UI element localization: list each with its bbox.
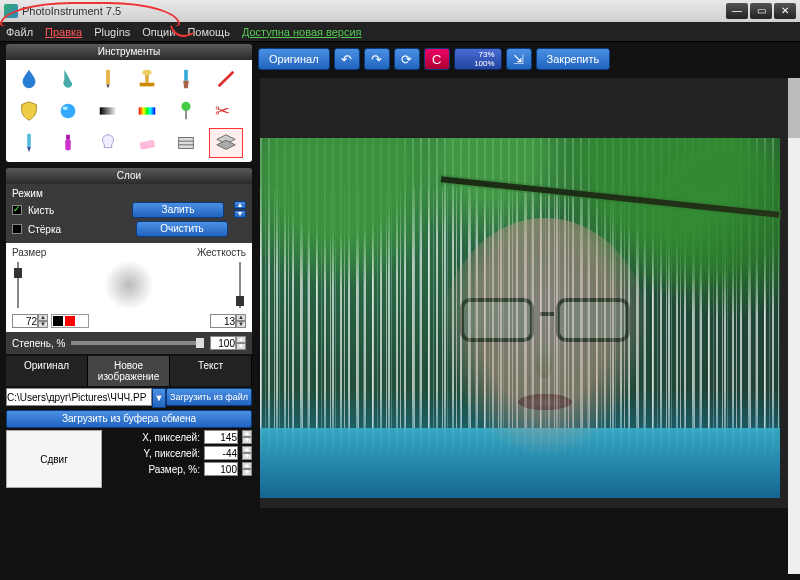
hard-down[interactable]: ▼ <box>236 321 246 328</box>
tool-marker[interactable] <box>12 128 46 158</box>
hard-up[interactable]: ▲ <box>236 314 246 321</box>
tool-sphere[interactable] <box>51 96 85 126</box>
op-up[interactable]: ▲ <box>236 336 246 343</box>
svg-point-4 <box>142 70 151 76</box>
tool-scissors[interactable]: ✂ <box>209 96 243 126</box>
svg-rect-15 <box>66 139 72 150</box>
minimize-button[interactable]: — <box>726 3 748 19</box>
maximize-button[interactable]: ▭ <box>750 3 772 19</box>
fill-button[interactable]: Залить <box>132 202 224 218</box>
shift-button[interactable]: Сдвиг <box>6 430 102 488</box>
size-up[interactable]: ▲ <box>38 314 48 321</box>
opacity-field[interactable] <box>210 336 236 350</box>
tool-droplet[interactable] <box>12 64 46 94</box>
zoom-indicator[interactable]: 73% 100% <box>454 48 502 70</box>
layer-down-button[interactable]: ▼ <box>234 210 246 218</box>
zoom-current: 73% <box>479 50 495 59</box>
source-tabs: Оригинал Новое изображение Текст <box>6 356 252 386</box>
app-title: PhotoInstrument 7.5 <box>22 5 121 17</box>
size-down[interactable]: ▼ <box>38 321 48 328</box>
color-white[interactable] <box>76 315 88 327</box>
menu-help[interactable]: Помощь <box>187 26 230 38</box>
menu-file[interactable]: Файл <box>6 26 33 38</box>
tab-new-image[interactable]: Новое изображение <box>88 356 170 386</box>
tool-eraser[interactable] <box>130 128 164 158</box>
menubar: Файл Правка Plugins Опции Помощь Доступн… <box>0 22 800 42</box>
rotate-button[interactable]: ⟳ <box>394 48 420 70</box>
clear-button[interactable]: Очистить <box>136 221 228 237</box>
menu-edit[interactable]: Правка <box>45 26 82 38</box>
svg-rect-0 <box>106 70 110 85</box>
op-down[interactable]: ▼ <box>236 343 246 350</box>
file-path-input[interactable] <box>6 388 152 406</box>
tool-gradient[interactable] <box>91 96 125 126</box>
left-sidebar: Инструменты ✂ Слои Режим <box>6 44 252 488</box>
svg-rect-9 <box>99 107 116 114</box>
tool-bulb[interactable] <box>91 128 125 158</box>
svg-point-8 <box>63 106 69 110</box>
redo-button[interactable]: ↷ <box>364 48 390 70</box>
tool-smudge[interactable] <box>51 64 85 94</box>
shift-y-input[interactable] <box>204 446 238 460</box>
y-down[interactable]: ▼ <box>242 453 252 460</box>
scale-up[interactable]: ▲ <box>242 462 252 469</box>
svg-marker-22 <box>216 140 234 149</box>
shift-scale-input[interactable] <box>204 462 238 476</box>
undo-button[interactable]: ↶ <box>334 48 360 70</box>
close-button[interactable]: ✕ <box>774 3 796 19</box>
tab-text[interactable]: Текст <box>170 356 252 386</box>
color-black[interactable] <box>52 315 64 327</box>
canvas-area[interactable] <box>260 78 792 508</box>
color-swatches <box>51 314 89 328</box>
shift-x-input[interactable] <box>204 430 238 444</box>
shift-scale-label: Размер, %: <box>148 464 200 475</box>
x-down[interactable]: ▼ <box>242 437 252 444</box>
pin-button[interactable]: Закрепить <box>536 48 611 70</box>
zoom-full: 100% <box>474 59 494 68</box>
menu-options[interactable]: Опции <box>142 26 175 38</box>
load-from-file-button[interactable]: Загрузить из файл <box>166 388 252 406</box>
vertical-scrollbar[interactable] <box>788 78 800 574</box>
tool-rainbow[interactable] <box>130 96 164 126</box>
brush-hardness-slider[interactable] <box>234 260 246 310</box>
titlebar: PhotoInstrument 7.5 — ▭ ✕ <box>0 0 800 22</box>
opacity-slider[interactable] <box>71 341 204 345</box>
original-button[interactable]: Оригинал <box>258 48 330 70</box>
opacity-input[interactable]: ▲▼ <box>210 336 246 350</box>
brush-hardness-input[interactable]: ▲▼ <box>210 314 246 328</box>
svg-rect-13 <box>27 134 31 147</box>
brush-size-field[interactable] <box>12 314 38 328</box>
tool-line[interactable] <box>209 64 243 94</box>
x-up[interactable]: ▲ <box>242 430 252 437</box>
app-icon <box>4 4 18 18</box>
brush-size-slider[interactable] <box>12 260 24 310</box>
fit-button[interactable]: ⇲ <box>506 48 532 70</box>
file-path-dropdown[interactable]: ▼ <box>152 388 166 408</box>
tool-pin[interactable] <box>169 96 203 126</box>
y-up[interactable]: ▲ <box>242 446 252 453</box>
layer-up-button[interactable]: ▲ <box>234 201 246 209</box>
brush-size-label: Размер <box>12 247 46 258</box>
svg-rect-12 <box>185 110 187 119</box>
tools-grid: ✂ <box>6 60 252 162</box>
svg-rect-17 <box>139 140 155 150</box>
tool-shield[interactable] <box>12 96 46 126</box>
mode-eraser-checkbox[interactable] <box>12 224 22 234</box>
tab-original[interactable]: Оригинал <box>6 356 88 386</box>
scale-down[interactable]: ▼ <box>242 469 252 476</box>
tool-pencil[interactable] <box>91 64 125 94</box>
reset-button[interactable]: C <box>424 48 450 70</box>
brush-hardness-field[interactable] <box>210 314 236 328</box>
menu-plugins[interactable]: Plugins <box>94 26 130 38</box>
tool-brush[interactable] <box>169 64 203 94</box>
load-from-clipboard-button[interactable]: Загрузить из буфера обмена <box>6 410 252 428</box>
tool-layers[interactable] <box>209 128 243 158</box>
tool-stamp[interactable] <box>130 64 164 94</box>
mode-brush-checkbox[interactable] <box>12 205 22 215</box>
brush-size-input[interactable]: ▲▼ <box>12 314 48 328</box>
color-red[interactable] <box>64 315 76 327</box>
svg-marker-1 <box>106 85 110 89</box>
update-available-link[interactable]: Доступна новая версия <box>242 26 362 38</box>
tool-pattern[interactable] <box>169 128 203 158</box>
tool-bottle[interactable] <box>51 128 85 158</box>
